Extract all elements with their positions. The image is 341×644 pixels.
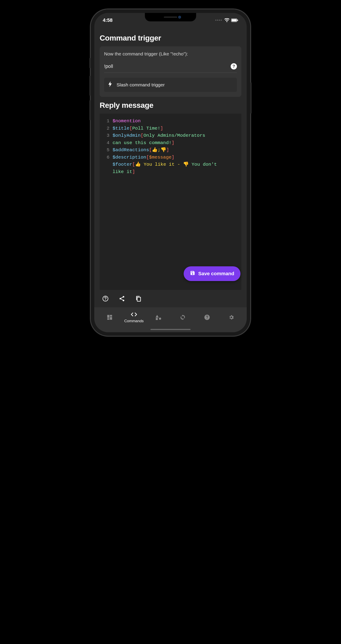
nav-settings[interactable]: [219, 314, 244, 320]
save-command-button[interactable]: Save command: [184, 266, 240, 281]
reply-heading: Reply message: [100, 101, 241, 110]
nav-sync[interactable]: [171, 314, 195, 320]
svg-point-7: [123, 300, 124, 301]
svg-rect-14: [156, 318, 158, 320]
trigger-card: Now the command trigger (Like "!echo"): …: [100, 46, 241, 97]
slash-trigger-button[interactable]: Slash command trigger: [104, 78, 237, 92]
svg-rect-1: [232, 19, 237, 22]
svg-rect-8: [137, 297, 141, 301]
svg-point-13: [159, 318, 161, 320]
help-icon[interactable]: ?: [231, 63, 237, 70]
nav-commands-label: Commands: [124, 319, 144, 323]
trigger-label: Now the command trigger (Like "!echo"):: [104, 51, 237, 56]
svg-rect-11: [107, 318, 109, 320]
svg-rect-9: [107, 315, 109, 318]
nav-help[interactable]: [195, 314, 219, 320]
trigger-heading: Command trigger: [100, 34, 241, 42]
trigger-input[interactable]: [104, 64, 231, 69]
save-command-label: Save command: [198, 271, 234, 276]
nav-shapes[interactable]: [146, 314, 171, 320]
slash-trigger-label: Slash command trigger: [117, 82, 165, 88]
help-circle-icon: [204, 314, 210, 320]
battery-icon: [231, 18, 238, 22]
sync-icon: [180, 314, 186, 320]
dashboard-icon: [107, 314, 113, 320]
code-editor[interactable]: 1$nomention 2$title[Poll Time!] 3$onlyAd…: [100, 114, 241, 290]
signal-dots-icon: [215, 20, 222, 21]
action-toolbar: [94, 290, 247, 307]
code-icon: [131, 311, 137, 318]
share-icon[interactable]: [118, 295, 126, 302]
svg-rect-2: [237, 20, 238, 21]
save-icon: [190, 270, 195, 277]
help-outline-icon[interactable]: [102, 295, 109, 302]
nav-commands[interactable]: Commands: [122, 311, 146, 323]
shapes-icon: [155, 314, 161, 320]
svg-rect-10: [110, 315, 112, 317]
wifi-icon: [224, 18, 229, 22]
bottom-nav: Commands: [94, 307, 247, 332]
svg-point-6: [120, 298, 121, 300]
svg-point-5: [123, 296, 124, 298]
svg-point-4: [105, 300, 106, 300]
status-time: 4:58: [103, 17, 113, 23]
home-indicator[interactable]: [150, 329, 191, 330]
bolt-icon: [108, 81, 113, 88]
svg-point-16: [207, 318, 207, 319]
nav-dashboard[interactable]: [97, 314, 122, 320]
svg-rect-12: [110, 317, 112, 320]
gear-icon: [228, 314, 234, 320]
copy-icon[interactable]: [135, 295, 142, 302]
